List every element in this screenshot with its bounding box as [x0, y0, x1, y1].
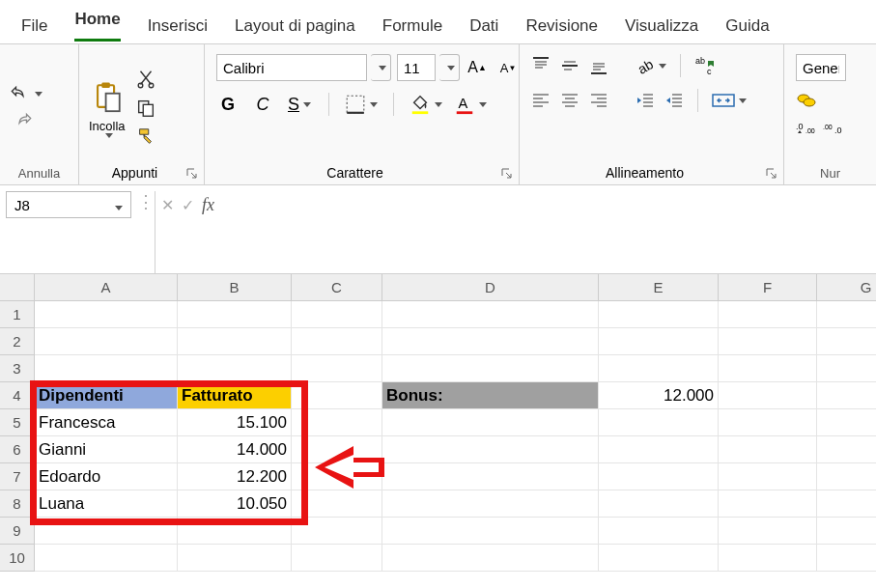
cell[interactable]: Francesca: [35, 409, 178, 436]
cell[interactable]: Luana: [35, 490, 178, 518]
tab-file[interactable]: File: [21, 16, 47, 36]
select-all-corner[interactable]: [0, 274, 35, 301]
copy-button[interactable]: [135, 98, 156, 119]
row-header[interactable]: 6: [0, 436, 35, 463]
cell[interactable]: Gianni: [35, 436, 178, 463]
cell[interactable]: [292, 545, 382, 572]
cell[interactable]: 14.000: [178, 436, 292, 463]
cell[interactable]: [599, 463, 719, 490]
cell[interactable]: [178, 355, 292, 382]
cell[interactable]: [599, 355, 719, 382]
cell[interactable]: [719, 436, 817, 463]
cell[interactable]: Edoardo: [35, 463, 178, 490]
tab-home[interactable]: Home: [74, 10, 120, 42]
tab-data[interactable]: Dati: [469, 16, 498, 36]
cell[interactable]: [817, 382, 876, 409]
row-header[interactable]: 5: [0, 409, 35, 436]
cell[interactable]: [719, 545, 817, 572]
align-middle-button[interactable]: [560, 56, 579, 75]
tab-help[interactable]: Guida: [725, 16, 769, 36]
underline-button[interactable]: S: [286, 95, 313, 115]
cell[interactable]: [382, 490, 599, 518]
row-header[interactable]: 9: [0, 518, 35, 545]
cell[interactable]: [817, 463, 876, 490]
cell[interactable]: [178, 301, 292, 328]
cell[interactable]: Fatturato: [178, 382, 292, 409]
cell[interactable]: 10.050: [178, 490, 292, 518]
cell[interactable]: [382, 328, 599, 355]
tab-insert[interactable]: Inserisci: [148, 16, 208, 36]
orientation-button[interactable]: ab: [636, 56, 666, 75]
font-color-button[interactable]: A: [454, 94, 487, 115]
cell[interactable]: [719, 328, 817, 355]
cell[interactable]: 12.200: [178, 463, 292, 490]
cell[interactable]: [599, 545, 719, 572]
tab-layout[interactable]: Layout di pagina: [235, 16, 355, 36]
font-size-dd[interactable]: [439, 54, 460, 81]
cell[interactable]: [817, 436, 876, 463]
decrease-indent-button[interactable]: [636, 91, 655, 110]
align-right-button[interactable]: [589, 91, 608, 110]
cell[interactable]: [35, 328, 178, 355]
cell[interactable]: [817, 409, 876, 436]
cell[interactable]: [178, 328, 292, 355]
insert-function-button[interactable]: fx: [202, 195, 214, 215]
cell[interactable]: [382, 436, 599, 463]
redo-button[interactable]: [12, 111, 37, 130]
enter-formula-button[interactable]: ✓: [182, 196, 194, 214]
cell[interactable]: Bonus:: [382, 382, 599, 409]
cancel-formula-button[interactable]: ✕: [161, 196, 174, 214]
row-header[interactable]: 4: [0, 382, 35, 409]
cell[interactable]: [817, 490, 876, 518]
row-header[interactable]: 8: [0, 490, 35, 518]
cell[interactable]: [382, 355, 599, 382]
cell[interactable]: [292, 328, 382, 355]
align-launcher[interactable]: [764, 166, 777, 180]
borders-button[interactable]: [345, 94, 378, 115]
tab-review[interactable]: Revisione: [525, 16, 598, 36]
increase-decimal-button[interactable]: .0.00: [796, 120, 817, 137]
paste-button[interactable]: Incolla: [85, 74, 129, 142]
italic-button[interactable]: C: [251, 95, 274, 115]
cell[interactable]: [817, 301, 876, 328]
cell[interactable]: 12.000: [599, 382, 719, 409]
col-header[interactable]: A: [35, 274, 178, 301]
cell[interactable]: [599, 409, 719, 436]
name-box[interactable]: J8: [6, 191, 131, 218]
row-header[interactable]: 1: [0, 301, 35, 328]
font-name-input[interactable]: [216, 54, 367, 81]
cell[interactable]: [382, 301, 599, 328]
decrease-decimal-button[interactable]: .00.0: [823, 120, 844, 137]
cell[interactable]: [292, 301, 382, 328]
cut-button[interactable]: [135, 69, 156, 90]
merge-button[interactable]: [712, 90, 747, 111]
clipboard-launcher[interactable]: [184, 166, 198, 180]
cell[interactable]: [719, 518, 817, 545]
row-header[interactable]: 3: [0, 355, 35, 382]
currency-button[interactable]: [796, 91, 817, 110]
font-size-input[interactable]: [397, 54, 436, 81]
cell[interactable]: [292, 490, 382, 518]
cell[interactable]: [382, 545, 599, 572]
cell[interactable]: [35, 301, 178, 328]
formula-input[interactable]: [220, 191, 876, 268]
increase-indent-button[interactable]: [664, 91, 684, 110]
col-header[interactable]: B: [178, 274, 292, 301]
col-header[interactable]: E: [599, 274, 719, 301]
align-left-button[interactable]: [531, 91, 551, 110]
col-header[interactable]: D: [382, 274, 599, 301]
align-bottom-button[interactable]: [589, 56, 608, 75]
cell[interactable]: [719, 382, 817, 409]
cell[interactable]: [178, 545, 292, 572]
cell[interactable]: [292, 518, 382, 545]
cell[interactable]: [292, 409, 382, 436]
cell[interactable]: [292, 382, 382, 409]
bold-button[interactable]: G: [216, 95, 240, 115]
align-center-button[interactable]: [560, 91, 579, 110]
number-format-input[interactable]: [796, 54, 846, 81]
cell[interactable]: [719, 409, 817, 436]
cell[interactable]: [35, 518, 178, 545]
cell[interactable]: [599, 490, 719, 518]
increase-font-button[interactable]: A▲: [464, 54, 491, 81]
row-header[interactable]: 2: [0, 328, 35, 355]
